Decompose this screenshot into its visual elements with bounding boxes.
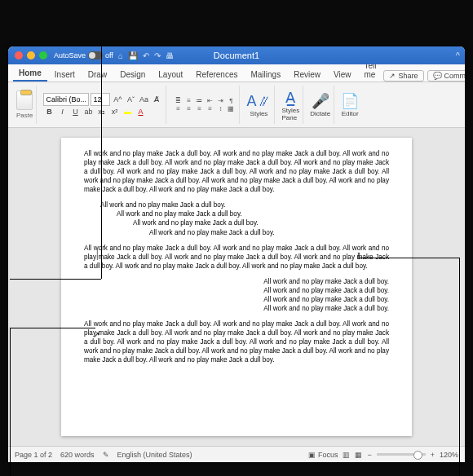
paste-label: Paste — [16, 112, 33, 119]
tab-review[interactable]: Review — [288, 68, 326, 82]
comments-button[interactable]: 💬 Comments — [427, 70, 466, 82]
body-paragraph[interactable]: All work and no play make Jack a dull bo… — [84, 244, 389, 271]
font-group: A^ Aˇ Aa A̸ B I U ab x₂ x² ▬ A — [40, 86, 166, 124]
web-layout-view-icon[interactable]: ▦ — [355, 451, 362, 459]
tab-home[interactable]: Home — [13, 66, 47, 82]
maximize-window-button[interactable] — [39, 51, 47, 60]
decrease-indent-icon[interactable]: ⇤ — [205, 97, 214, 104]
font-name-select[interactable] — [43, 93, 89, 106]
styles-pane-button[interactable]: A̲Styles Pane — [281, 89, 299, 121]
align-right-icon[interactable]: ≡ — [194, 105, 204, 112]
styles-button[interactable]: A⫽Styles — [246, 93, 271, 117]
styles-pane-group: A̲Styles Pane — [278, 86, 303, 124]
strike-icon[interactable]: ab — [82, 106, 94, 117]
body-paragraph[interactable]: All work and no play make Jack a dull bo… — [84, 149, 389, 194]
document-title: Document1 — [214, 51, 259, 60]
styles-group: A⫽Styles — [243, 86, 275, 124]
minimize-window-button[interactable] — [27, 51, 35, 60]
paragraph-group: ≣ ≡ ≔ ⇤ ⇥ ¶ ≡ ≡ ≡ ≡ ↕ ▦ — [170, 86, 240, 124]
superscript-icon[interactable]: x² — [108, 106, 120, 117]
ribbon-collapse-icon[interactable]: ^ — [456, 51, 460, 60]
right-align-line[interactable]: All work and no play make Jack a dull bo… — [84, 286, 389, 295]
toggle-switch-icon — [88, 51, 103, 60]
multilevel-icon[interactable]: ≔ — [194, 97, 204, 104]
tab-draw[interactable]: Draw — [82, 68, 113, 82]
indented-line[interactable]: All work and no play make Jack a dull bo… — [84, 201, 389, 209]
show-marks-icon[interactable]: ¶ — [226, 97, 236, 104]
italic-icon[interactable]: I — [56, 106, 68, 117]
redo-icon[interactable]: ↷ — [154, 51, 161, 60]
spellcheck-icon[interactable]: ✎ — [103, 451, 109, 459]
document-canvas[interactable]: All work and no play make Jack a dull bo… — [8, 128, 465, 446]
numbering-icon[interactable]: ≡ — [183, 97, 193, 104]
tab-layout[interactable]: Layout — [153, 68, 188, 82]
font-color-icon[interactable]: A — [135, 106, 146, 117]
window-controls — [15, 51, 47, 60]
autosave-label: AutoSave — [54, 51, 86, 60]
print-layout-view-icon[interactable]: ▥ — [343, 451, 350, 459]
voice-group: 🎤Dictate — [307, 86, 334, 124]
print-icon[interactable]: 🖶 — [166, 51, 174, 60]
zoom-out-button[interactable]: − — [367, 451, 371, 459]
page-indicator[interactable]: Page 1 of 2 — [15, 451, 52, 459]
ribbon-tabs: Home Insert Draw Design Layout Reference… — [8, 64, 465, 82]
status-bar: Page 1 of 2 620 words ✎ English (United … — [8, 446, 465, 462]
word-window: AutoSave off ⌂ 💾 ↶ ↷ 🖶 Document1 ^ Home … — [8, 46, 465, 462]
close-window-button[interactable] — [15, 51, 23, 60]
right-align-line[interactable]: All work and no play make Jack a dull bo… — [84, 295, 389, 304]
tab-design[interactable]: Design — [114, 68, 151, 82]
tab-view[interactable]: View — [328, 68, 357, 82]
clear-format-icon[interactable]: A̸ — [151, 94, 162, 105]
bold-icon[interactable]: B — [43, 106, 55, 117]
focus-mode-button[interactable]: ▣ Focus — [308, 451, 338, 459]
share-button[interactable]: ↗ Share — [383, 70, 423, 82]
align-center-icon[interactable]: ≡ — [183, 105, 193, 112]
page[interactable]: All work and no play make Jack a dull bo… — [61, 138, 412, 436]
zoom-level[interactable]: 120% — [440, 451, 458, 459]
highlight-icon[interactable]: ▬ — [122, 106, 133, 117]
undo-icon[interactable]: ↶ — [143, 51, 149, 60]
paste-button[interactable] — [16, 90, 33, 110]
editor-group: 📄Editor — [338, 86, 362, 124]
tab-mailings[interactable]: Mailings — [245, 68, 286, 82]
editor-button[interactable]: 📄Editor — [341, 92, 359, 117]
line-spacing-icon[interactable]: ↕ — [215, 105, 225, 112]
home-icon[interactable]: ⌂ — [118, 51, 123, 60]
dictate-button[interactable]: 🎤Dictate — [310, 92, 330, 117]
shading-icon[interactable]: ▦ — [226, 105, 236, 112]
right-align-line[interactable]: All work and no play make Jack a dull bo… — [84, 304, 389, 313]
tab-insert[interactable]: Insert — [49, 68, 81, 82]
align-left-icon[interactable]: ≡ — [173, 105, 183, 112]
justify-icon[interactable]: ≡ — [205, 105, 214, 112]
zoom-slider[interactable] — [377, 453, 426, 456]
subscript-icon[interactable]: x₂ — [95, 106, 107, 117]
font-size-select[interactable] — [91, 93, 110, 106]
save-icon[interactable]: 💾 — [128, 51, 138, 60]
clipboard-group: Paste — [13, 86, 37, 124]
indented-line[interactable]: All work and no play make Jack a dull bo… — [84, 218, 389, 227]
quick-access-toolbar: ⌂ 💾 ↶ ↷ 🖶 — [118, 51, 174, 60]
autosave-toggle[interactable]: AutoSave off — [54, 51, 113, 60]
ribbon: Paste A^ Aˇ Aa A̸ B I U ab x₂ x² ▬ A — [8, 82, 465, 128]
increase-font-icon[interactable]: A^ — [112, 94, 123, 105]
body-paragraph[interactable]: All work and no play make Jack a dull bo… — [84, 320, 389, 364]
tab-references[interactable]: References — [190, 68, 243, 82]
right-align-line[interactable]: All work and no play make Jack a dull bo… — [84, 277, 389, 286]
indented-line[interactable]: All work and no play make Jack a dull bo… — [84, 209, 389, 218]
autosave-state: off — [105, 51, 113, 60]
change-case-icon[interactable]: Aa — [138, 94, 149, 105]
word-count[interactable]: 620 words — [60, 451, 95, 459]
zoom-in-button[interactable]: + — [431, 451, 435, 459]
titlebar: AutoSave off ⌂ 💾 ↶ ↷ 🖶 Document1 ^ — [8, 46, 465, 64]
language-indicator[interactable]: English (United States) — [117, 451, 192, 459]
indented-line[interactable]: All work and no play make Jack a dull bo… — [84, 228, 389, 237]
increase-indent-icon[interactable]: ⇥ — [215, 97, 225, 104]
decrease-font-icon[interactable]: Aˇ — [125, 94, 136, 105]
bullets-icon[interactable]: ≣ — [173, 97, 183, 104]
underline-icon[interactable]: U — [69, 106, 81, 117]
